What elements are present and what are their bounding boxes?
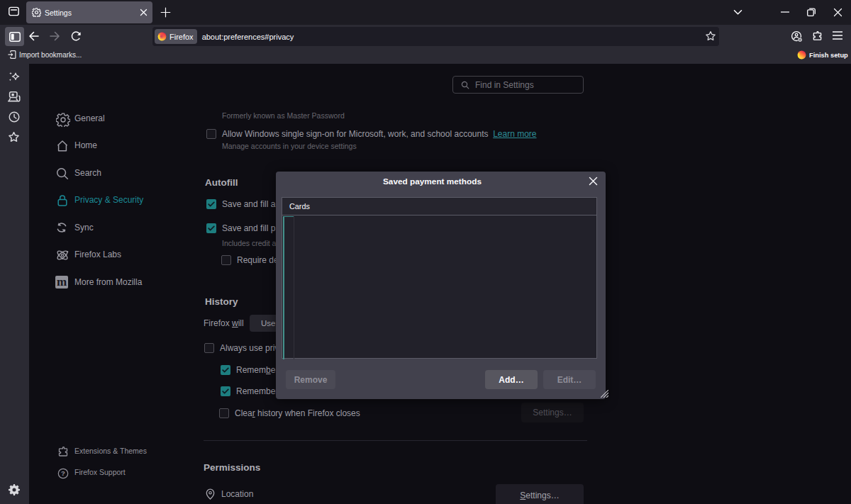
svg-text:?: ? <box>61 469 65 477</box>
